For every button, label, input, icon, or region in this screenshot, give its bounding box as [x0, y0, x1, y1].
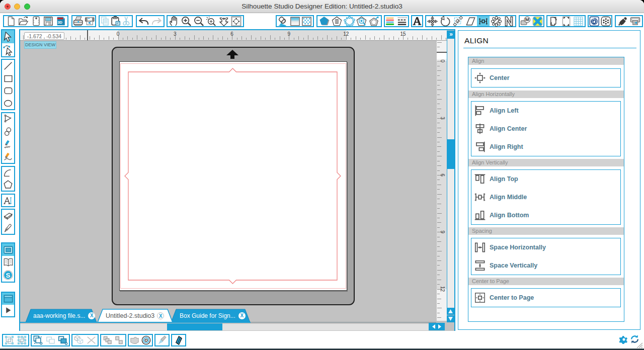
svg-text:M: M	[525, 17, 529, 22]
svg-text:0: 0	[440, 60, 445, 63]
svg-text:3D: 3D	[57, 20, 62, 25]
svg-text:S: S	[6, 272, 10, 279]
svg-text:12: 12	[440, 286, 445, 292]
svg-text:6: 6	[440, 173, 445, 177]
svg-text:9: 9	[440, 231, 445, 234]
svg-text:3: 3	[440, 117, 445, 120]
